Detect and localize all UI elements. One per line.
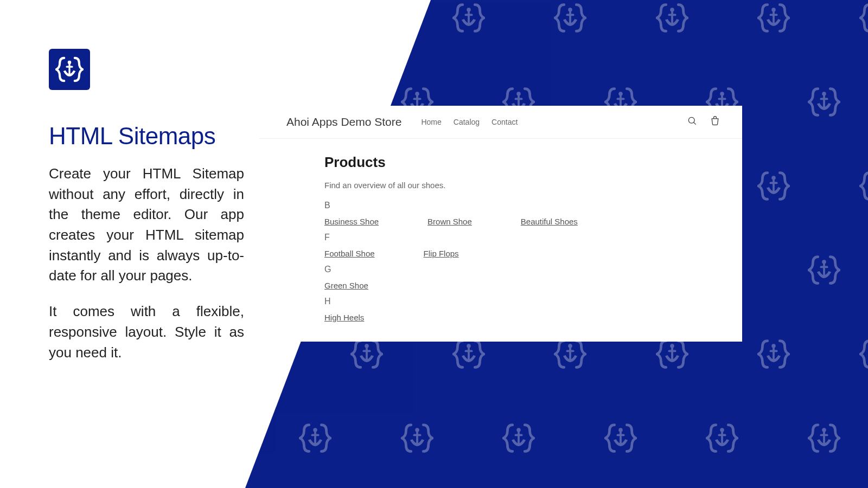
svg-point-243 (688, 117, 694, 123)
svg-rect-115 (823, 262, 825, 277)
svg-rect-242 (66, 66, 73, 68)
svg-rect-121 (264, 346, 266, 361)
paragraph-1: Create your HTML Sitemap without any eff… (49, 164, 244, 286)
svg-point-24 (263, 8, 267, 12)
svg-rect-59 (515, 98, 523, 100)
svg-rect-158 (616, 434, 624, 436)
svg-rect-38 (668, 14, 676, 16)
group-letter: H (324, 297, 742, 306)
svg-rect-125 (363, 350, 371, 352)
svg-rect-40 (773, 10, 775, 24)
svg-rect-88 (773, 178, 775, 192)
svg-rect-130 (569, 346, 571, 361)
product-link[interactable]: Green Shoe (324, 281, 368, 290)
group-letter: G (324, 265, 742, 274)
svg-rect-163 (823, 431, 825, 445)
svg-rect-127 (468, 346, 470, 361)
svg-rect-131 (566, 350, 575, 352)
svg-rect-137 (770, 350, 778, 352)
svg-rect-89 (770, 182, 778, 184)
svg-rect-25 (264, 10, 266, 24)
svg-rect-65 (718, 98, 726, 100)
svg-rect-68 (820, 98, 828, 100)
section-subtitle: Find an overview of all our shoes. (324, 181, 742, 190)
svg-rect-124 (366, 346, 368, 361)
anchor-brace-icon (55, 55, 84, 84)
svg-rect-122 (261, 350, 269, 352)
svg-rect-161 (718, 434, 726, 436)
marketing-panel: HTML Sitemaps Create your HTML Sitemap w… (49, 49, 244, 378)
svg-line-244 (694, 123, 696, 125)
svg-rect-154 (518, 431, 520, 445)
nav-catalog[interactable]: Catalog (454, 118, 480, 126)
section-heading: Products (324, 154, 742, 171)
svg-rect-29 (363, 14, 371, 16)
svg-rect-155 (515, 434, 523, 436)
svg-rect-26 (261, 14, 269, 16)
svg-rect-241 (68, 63, 70, 76)
nav-home[interactable]: Home (421, 118, 441, 126)
svg-rect-145 (213, 431, 215, 445)
svg-rect-56 (413, 98, 421, 100)
svg-rect-67 (823, 94, 825, 108)
store-header: Ahoi Apps Demo Store Home Catalog Contac… (259, 106, 742, 139)
svg-rect-31 (468, 10, 470, 24)
svg-rect-62 (616, 98, 624, 100)
svg-point-51 (314, 92, 318, 96)
svg-rect-133 (671, 346, 673, 361)
group-letter: B (324, 201, 742, 210)
svg-rect-128 (464, 350, 473, 352)
svg-point-120 (263, 344, 267, 348)
svg-rect-157 (620, 431, 622, 445)
svg-point-27 (365, 8, 369, 12)
search-icon[interactable] (687, 115, 698, 129)
svg-rect-32 (464, 14, 473, 16)
svg-rect-146 (209, 434, 218, 436)
svg-point-144 (212, 428, 216, 432)
svg-rect-160 (721, 431, 723, 445)
store-screenshot: Ahoi Apps Demo Store Home Catalog Contac… (259, 106, 742, 342)
svg-rect-164 (820, 434, 828, 436)
store-nav: Home Catalog Contact (421, 118, 518, 126)
headline: HTML Sitemaps (49, 123, 244, 150)
product-link[interactable]: Flip Flops (424, 249, 459, 258)
svg-rect-152 (413, 434, 421, 436)
store-title: Ahoi Apps Demo Store (286, 115, 401, 129)
store-body: Products Find an overview of all our sho… (259, 139, 742, 322)
product-link[interactable]: High Heels (324, 313, 364, 322)
svg-rect-35 (566, 14, 575, 16)
svg-rect-28 (366, 10, 368, 24)
svg-rect-136 (773, 346, 775, 361)
product-link[interactable]: Football Shoe (324, 249, 375, 258)
svg-rect-116 (820, 266, 828, 268)
brand-logo (49, 49, 90, 90)
svg-rect-151 (416, 431, 418, 445)
nav-contact[interactable]: Contact (492, 118, 518, 126)
svg-rect-134 (668, 350, 676, 352)
svg-rect-149 (311, 434, 320, 436)
svg-rect-37 (671, 10, 673, 24)
group-letter: F (324, 233, 742, 242)
product-link[interactable]: Business Shoe (324, 217, 379, 226)
svg-rect-41 (770, 14, 778, 16)
svg-rect-34 (569, 10, 571, 24)
product-link[interactable]: Beautiful Shoes (521, 217, 578, 226)
product-link[interactable]: Brown Shoe (427, 217, 472, 226)
paragraph-2: It comes with a flexible, responsive lay… (49, 301, 244, 363)
svg-rect-53 (311, 98, 320, 100)
cart-icon[interactable] (710, 115, 720, 129)
svg-rect-148 (314, 431, 316, 445)
